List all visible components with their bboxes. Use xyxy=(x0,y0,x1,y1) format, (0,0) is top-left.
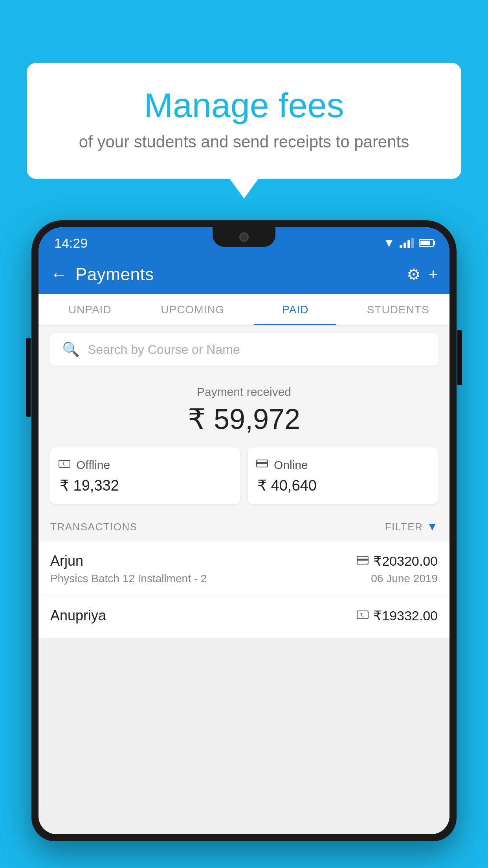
signal-icon xyxy=(400,238,414,248)
svg-rect-5 xyxy=(357,559,368,561)
tab-students[interactable]: STUDENTS xyxy=(347,294,450,325)
offline-amount: ₹ 19,332 xyxy=(58,477,119,494)
offline-label: Offline xyxy=(76,458,110,472)
camera xyxy=(239,232,249,242)
svg-text:₹: ₹ xyxy=(360,612,363,618)
transaction-top: Anupriya ₹ ₹19332.00 xyxy=(50,607,438,624)
phone-notch xyxy=(213,227,275,247)
transaction-amount-row: ₹20320.00 xyxy=(357,553,438,569)
card-payment-icon xyxy=(357,555,369,567)
search-container: 🔍 Search by Course or Name xyxy=(39,326,449,373)
transaction-name: Arjun xyxy=(50,553,83,569)
transaction-amount: ₹20320.00 xyxy=(373,553,438,569)
bubble-subtitle: of your students and send receipts to pa… xyxy=(46,132,442,151)
filter-icon: ▼ xyxy=(427,520,438,533)
tab-paid[interactable]: PAID xyxy=(244,294,347,325)
transaction-amount-row: ₹ ₹19332.00 xyxy=(357,608,438,623)
online-label: Online xyxy=(274,458,308,472)
tab-upcoming[interactable]: UPCOMING xyxy=(141,294,244,325)
app-bar-actions: ⚙ + xyxy=(407,265,438,283)
transactions-header: TRANSACTIONS FILTER ▼ xyxy=(39,512,449,542)
search-bar[interactable]: 🔍 Search by Course or Name xyxy=(50,333,438,366)
offline-card-header: ₹ Offline xyxy=(58,457,110,473)
online-payment-icon xyxy=(256,457,268,473)
svg-text:₹: ₹ xyxy=(62,461,65,467)
app-title: Payments xyxy=(75,265,399,284)
filter-label: FILTER xyxy=(385,521,423,533)
add-button[interactable]: + xyxy=(429,266,438,283)
offline-payment-icon: ₹ xyxy=(58,457,71,473)
transaction-name: Anupriya xyxy=(50,607,106,624)
transaction-bottom: Physics Batch 12 Installment - 2 06 June… xyxy=(50,572,438,585)
online-payment-card: Online ₹ 40,640 xyxy=(248,447,438,504)
battery-icon xyxy=(419,239,434,247)
payment-summary: Payment received ₹ 59,972 ₹ xyxy=(39,373,449,512)
search-icon: 🔍 xyxy=(62,341,80,358)
back-button[interactable]: ← xyxy=(50,265,68,284)
speech-bubble: Manage fees of your students and send re… xyxy=(27,63,461,179)
offline-payment-card: ₹ Offline ₹ 19,332 xyxy=(50,447,240,504)
status-time: 14:29 xyxy=(54,235,88,251)
search-input[interactable]: Search by Course or Name xyxy=(88,342,240,357)
svg-rect-3 xyxy=(257,462,268,464)
transaction-amount: ₹19332.00 xyxy=(373,608,438,623)
tabs-bar: UNPAID UPCOMING PAID STUDENTS xyxy=(39,294,449,326)
transaction-row[interactable]: Arjun ₹20320.00 Physics Batch 12 Install… xyxy=(39,542,449,596)
transaction-date: 06 June 2019 xyxy=(371,572,438,585)
payment-received-label: Payment received xyxy=(50,385,438,399)
settings-icon[interactable]: ⚙ xyxy=(407,265,421,283)
cash-payment-icon: ₹ xyxy=(357,609,369,622)
online-amount: ₹ 40,640 xyxy=(256,477,317,494)
phone-outer: 14:29 ▼ xyxy=(31,220,457,841)
transaction-row[interactable]: Anupriya ₹ ₹19332.00 xyxy=(39,596,449,638)
phone-device: 14:29 ▼ xyxy=(31,220,457,868)
filter-button[interactable]: FILTER ▼ xyxy=(385,520,438,533)
wifi-icon: ▼ xyxy=(383,236,395,250)
bubble-title: Manage fees xyxy=(46,86,442,125)
transactions-label: TRANSACTIONS xyxy=(50,521,138,533)
phone-screen: 14:29 ▼ xyxy=(39,227,449,834)
status-icons: ▼ xyxy=(383,236,434,250)
app-bar: ← Payments ⚙ + xyxy=(39,255,449,294)
payment-total-amount: ₹ 59,972 xyxy=(50,403,438,436)
transaction-course: Physics Batch 12 Installment - 2 xyxy=(50,572,207,585)
transaction-top: Arjun ₹20320.00 xyxy=(50,553,438,569)
payment-cards: ₹ Offline ₹ 19,332 xyxy=(50,447,438,504)
tab-unpaid[interactable]: UNPAID xyxy=(39,294,141,325)
online-card-header: Online xyxy=(256,457,308,473)
